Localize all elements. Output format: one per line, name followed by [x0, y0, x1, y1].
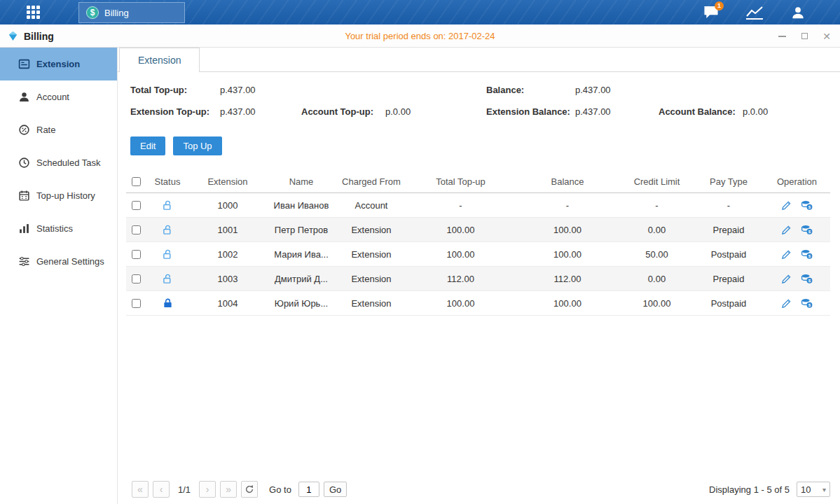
- goto-page-input[interactable]: [298, 482, 319, 497]
- tab-extension[interactable]: Extension: [119, 48, 200, 72]
- calendar-icon: [18, 190, 30, 202]
- header-pay-type: Pay Type: [694, 176, 764, 187]
- sidebar-item-label: Statistics: [36, 223, 73, 234]
- status-cell: [146, 298, 189, 309]
- cell-extension: 1003: [189, 274, 266, 284]
- edit-row-icon[interactable]: [781, 200, 792, 211]
- cell-name: Мария Ива...: [266, 249, 336, 260]
- row-checkbox[interactable]: [132, 299, 141, 308]
- svg-text:$: $: [808, 253, 811, 258]
- page-size-select[interactable]: 10 ▾: [797, 482, 830, 497]
- edit-row-icon[interactable]: [781, 274, 792, 284]
- sidebar-item-topup-history[interactable]: Top-up History: [0, 179, 117, 212]
- maximize-button[interactable]: [799, 31, 809, 41]
- first-page-button[interactable]: «: [132, 481, 149, 498]
- account-topup-label: Account Top-up:: [301, 106, 385, 117]
- minimize-button[interactable]: [777, 31, 787, 41]
- cell-total-topup: 100.00: [406, 249, 515, 260]
- account-topup-value: p.0.00: [385, 106, 486, 117]
- close-button[interactable]: ✕: [822, 31, 832, 41]
- notification-badge: 1: [715, 1, 724, 10]
- sidebar-item-scheduled-task[interactable]: Scheduled Task: [0, 146, 117, 179]
- extension-topup-value: p.437.00: [220, 106, 301, 117]
- topbar-tab-billing[interactable]: $ Billing: [78, 2, 185, 23]
- go-button[interactable]: Go: [324, 482, 347, 497]
- sidebar-item-account[interactable]: Account: [0, 80, 117, 113]
- bar-chart-icon: [18, 223, 30, 234]
- lock-open-icon: [163, 273, 173, 284]
- cell-balance: -: [515, 200, 620, 211]
- user-icon[interactable]: [788, 4, 808, 21]
- sidebar-item-extension[interactable]: Extension: [0, 48, 117, 80]
- sidebar-item-label: Top-up History: [36, 190, 95, 201]
- next-page-button[interactable]: ›: [199, 481, 216, 498]
- goto-label: Go to: [269, 484, 291, 495]
- row-checkbox[interactable]: [132, 225, 141, 234]
- edit-row-icon[interactable]: [781, 225, 792, 235]
- sidebar-item-statistics[interactable]: Statistics: [0, 212, 117, 245]
- cell-total-topup: 100.00: [406, 298, 515, 309]
- header-balance: Balance: [515, 176, 620, 187]
- extension-balance-label: Extension Balance:: [486, 106, 575, 117]
- balance-label: Balance:: [486, 85, 575, 95]
- svg-text:$: $: [808, 278, 811, 283]
- cell-credit-limit: 0.00: [620, 225, 694, 235]
- apps-grid-icon[interactable]: [27, 6, 40, 19]
- last-page-button[interactable]: »: [220, 481, 237, 498]
- topup-row-icon[interactable]: $: [801, 200, 813, 211]
- topup-row-icon[interactable]: $: [801, 298, 813, 309]
- dollar-coin-icon: $: [86, 6, 99, 19]
- refresh-button[interactable]: [241, 481, 258, 498]
- cell-extension: 1001: [189, 225, 266, 235]
- row-checkbox[interactable]: [132, 274, 141, 284]
- status-cell: [146, 224, 189, 235]
- sidebar-item-general-settings[interactable]: General Settings: [0, 245, 117, 278]
- cell-pay-type: Prepaid: [694, 225, 764, 235]
- trial-notice: Your trial period ends on: 2017-02-24: [0, 24, 840, 48]
- sidebar-item-label: Account: [36, 92, 69, 102]
- total-topup-value: p.437.00: [220, 85, 301, 95]
- header-name: Name: [266, 176, 336, 187]
- topup-row-icon[interactable]: $: [801, 248, 813, 260]
- row-checkbox[interactable]: [132, 201, 141, 210]
- chart-icon[interactable]: [745, 4, 764, 21]
- sidebar-item-label: Extension: [36, 59, 80, 69]
- edit-row-icon[interactable]: [781, 249, 792, 260]
- extension-balance-value: p.437.00: [575, 106, 659, 117]
- table-row: 1000 Иван Иванов Account - - - - $: [126, 193, 830, 218]
- lock-open-icon: [163, 224, 173, 235]
- prev-page-button[interactable]: ‹: [153, 481, 170, 498]
- select-all-checkbox[interactable]: [132, 177, 141, 186]
- cell-credit-limit: 0.00: [620, 274, 694, 284]
- cell-pay-type: Postpaid: [694, 298, 764, 309]
- cell-charged-from: Extension: [336, 225, 406, 235]
- person-icon: [18, 91, 30, 103]
- total-topup-label: Total Top-up:: [130, 85, 220, 95]
- sidebar-item-label: Scheduled Task: [36, 158, 101, 168]
- cell-extension: 1002: [189, 249, 266, 260]
- table-header: Status Extension Name Charged From Total…: [126, 171, 830, 193]
- sidebar-item-rate[interactable]: Rate: [0, 113, 117, 146]
- svg-text:$: $: [808, 229, 811, 234]
- lock-open-icon: [163, 200, 173, 211]
- balance-value: p.437.00: [575, 85, 659, 95]
- sidebar: Extension Account Rate Scheduled Task: [0, 48, 118, 504]
- content-tabs: Extension: [118, 48, 840, 72]
- cell-pay-type: Prepaid: [694, 274, 764, 284]
- header-extension: Extension: [189, 176, 266, 187]
- top-up-button[interactable]: Top Up: [173, 136, 221, 155]
- topup-row-icon[interactable]: $: [801, 273, 813, 284]
- cell-name: Иван Иванов: [266, 200, 336, 211]
- topup-row-icon[interactable]: $: [801, 224, 813, 235]
- header-charged-from: Charged From: [336, 176, 406, 187]
- edit-button[interactable]: Edit: [130, 136, 165, 155]
- billing-summary: Total Top-up: p.437.00 Balance: p.437.00…: [130, 79, 840, 122]
- main-content: Extension Total Top-up: p.437.00 Balance…: [118, 48, 840, 504]
- edit-row-icon[interactable]: [781, 298, 792, 309]
- cell-balance: 100.00: [515, 225, 620, 235]
- status-cell: [146, 200, 189, 211]
- chat-icon[interactable]: 1: [701, 4, 721, 21]
- cell-credit-limit: 50.00: [620, 249, 694, 260]
- row-checkbox[interactable]: [132, 250, 141, 259]
- cell-total-topup: 100.00: [406, 225, 515, 235]
